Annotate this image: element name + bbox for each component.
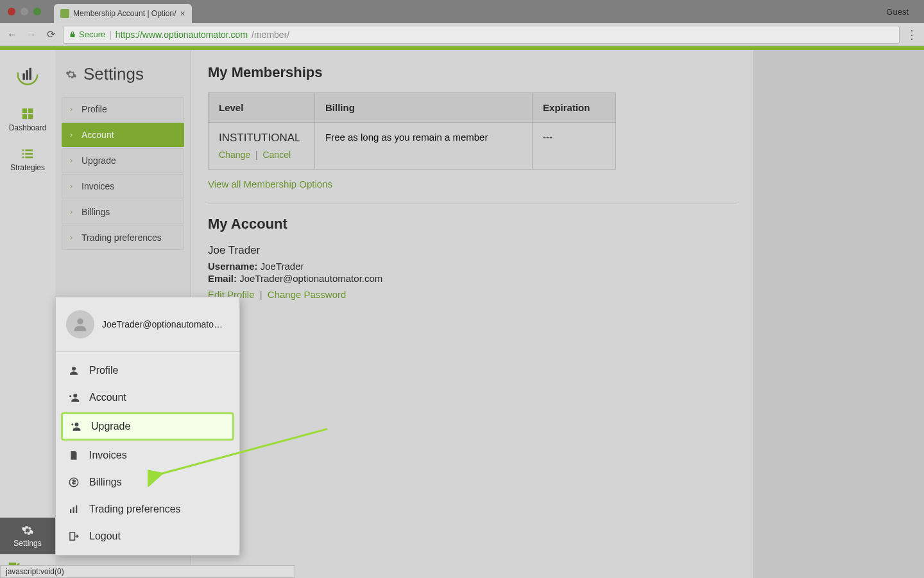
settings-popup: JoeTrader@optionautomato… Profile Accoun… xyxy=(55,297,240,556)
account-display-name: Joe Trader xyxy=(208,244,737,257)
account-heading: My Account xyxy=(208,216,737,232)
avatar-icon xyxy=(66,310,94,338)
person-icon xyxy=(67,365,80,376)
memberships-table: Level Billing Expiration INSTITUTIONAL C… xyxy=(208,92,616,170)
chevron-right-icon: › xyxy=(70,105,75,114)
sidebar-title: Settings xyxy=(83,64,144,84)
membership-cancel-link[interactable]: Cancel xyxy=(262,150,291,160)
chart-icon xyxy=(67,504,80,515)
svg-point-14 xyxy=(77,319,83,324)
popup-item-profile[interactable]: Profile xyxy=(56,357,239,384)
separator: | xyxy=(255,150,258,160)
right-gutter xyxy=(753,50,924,578)
address-bar[interactable]: Secure | https://www.optionautomator.com… xyxy=(63,26,900,44)
app-logo-icon[interactable] xyxy=(15,62,40,87)
svg-rect-8 xyxy=(22,150,24,152)
sidebar-item-label: Upgrade xyxy=(81,155,116,166)
sidebar-item-upgrade[interactable]: ›Upgrade xyxy=(62,148,184,173)
browser-menu-button[interactable]: ⋮ xyxy=(905,28,919,42)
window-close-icon[interactable] xyxy=(8,8,15,15)
view-all-memberships-link[interactable]: View all Membership Options xyxy=(208,179,332,189)
document-icon xyxy=(67,450,80,461)
svg-rect-1 xyxy=(22,73,24,80)
username-value: JoeTrader xyxy=(261,261,304,272)
logout-icon xyxy=(67,530,80,542)
sidebar-item-label: Account xyxy=(81,130,114,140)
url-path: /member/ xyxy=(252,30,289,40)
sidebar-item-label: Profile xyxy=(81,104,107,114)
gear-icon xyxy=(21,524,34,537)
window-minimize-icon[interactable] xyxy=(21,8,28,15)
popup-item-invoices[interactable]: Invoices xyxy=(56,442,239,469)
popup-item-label: Invoices xyxy=(89,450,127,461)
popup-item-billings[interactable]: Billings xyxy=(56,469,239,496)
window-controls xyxy=(0,8,41,15)
svg-rect-22 xyxy=(76,505,77,513)
table-header-row: Level Billing Expiration xyxy=(209,93,616,123)
sidebar-item-label: Trading preferences xyxy=(81,232,162,243)
svg-rect-20 xyxy=(70,509,71,513)
email-label: Email: xyxy=(208,273,237,284)
svg-point-15 xyxy=(72,367,76,371)
nav-forward-button: → xyxy=(24,28,38,42)
rail-dashboard[interactable]: Dashboard xyxy=(0,101,55,141)
svg-rect-5 xyxy=(28,109,33,113)
svg-rect-3 xyxy=(30,68,31,80)
url-host: https://www.optionautomator.com xyxy=(116,30,248,40)
sidebar-item-profile[interactable]: ›Profile xyxy=(62,97,184,121)
popup-item-label: Trading preferences xyxy=(89,504,181,515)
popup-item-trading-preferences[interactable]: Trading preferences xyxy=(56,496,239,523)
table-row: INSTITUTIONAL Change | Cancel Free as lo… xyxy=(209,123,616,170)
svg-point-17 xyxy=(69,395,71,397)
nav-back-button[interactable]: ← xyxy=(5,28,19,42)
rail-settings[interactable]: Settings xyxy=(0,518,55,554)
secure-label: Secure xyxy=(79,30,105,39)
change-password-link[interactable]: Change Password xyxy=(268,289,346,300)
rail-settings-label: Settings xyxy=(0,539,55,548)
sidebar-item-invoices[interactable]: ›Invoices xyxy=(62,174,184,198)
window-zoom-icon[interactable] xyxy=(33,8,41,15)
dollar-icon xyxy=(67,477,80,488)
popup-item-label: Upgrade xyxy=(91,421,130,432)
col-expiration: Expiration xyxy=(533,93,616,123)
sidebar-item-label: Invoices xyxy=(81,181,114,191)
svg-rect-12 xyxy=(22,157,24,159)
svg-rect-23 xyxy=(70,532,75,540)
membership-level: INSTITUTIONAL xyxy=(219,132,304,144)
chevron-right-icon: › xyxy=(70,207,75,216)
sidebar-item-account[interactable]: ›Account xyxy=(62,123,184,147)
membership-expiration: --- xyxy=(533,123,616,170)
col-billing: Billing xyxy=(314,93,532,123)
sidebar-item-trading-preferences[interactable]: ›Trading preferences xyxy=(62,225,184,250)
svg-rect-6 xyxy=(22,114,27,119)
col-level: Level xyxy=(209,93,315,123)
popup-item-logout[interactable]: Logout xyxy=(56,523,239,550)
email-value: JoeTrader@optionautomator.com xyxy=(239,273,382,284)
gear-icon xyxy=(65,69,77,80)
popup-item-label: Logout xyxy=(89,530,121,542)
tab-title: Membership Account | Option/ xyxy=(73,9,176,18)
nav-reload-button[interactable]: ⟳ xyxy=(44,28,58,42)
browser-toolbar: ← → ⟳ Secure | https://www.optionautomat… xyxy=(0,23,924,46)
rail-strategies[interactable]: Strategies xyxy=(0,141,55,181)
profile-guest-label[interactable]: Guest xyxy=(886,7,924,17)
separator: | xyxy=(260,289,262,300)
tab-favicon-icon xyxy=(60,9,69,18)
svg-rect-9 xyxy=(25,150,33,152)
popup-item-account[interactable]: Account xyxy=(56,384,239,411)
secure-indicator: Secure xyxy=(69,30,105,39)
popup-item-upgrade[interactable]: Upgrade xyxy=(61,412,234,441)
popup-item-label: Account xyxy=(89,392,126,403)
main-content: My Memberships Level Billing Expiration … xyxy=(191,50,753,578)
popup-email: JoeTrader@optionautomato… xyxy=(102,319,223,329)
person-plus-icon xyxy=(69,421,82,432)
lock-icon xyxy=(69,31,76,39)
account-icon xyxy=(67,392,80,403)
membership-change-link[interactable]: Change xyxy=(219,150,250,160)
svg-rect-7 xyxy=(28,114,33,119)
tab-close-icon[interactable]: × xyxy=(180,8,185,19)
svg-rect-2 xyxy=(26,70,28,80)
rail-dashboard-label: Dashboard xyxy=(9,123,47,132)
sidebar-item-billings[interactable]: ›Billings xyxy=(62,200,184,224)
browser-tab[interactable]: Membership Account | Option/ × xyxy=(54,4,192,23)
